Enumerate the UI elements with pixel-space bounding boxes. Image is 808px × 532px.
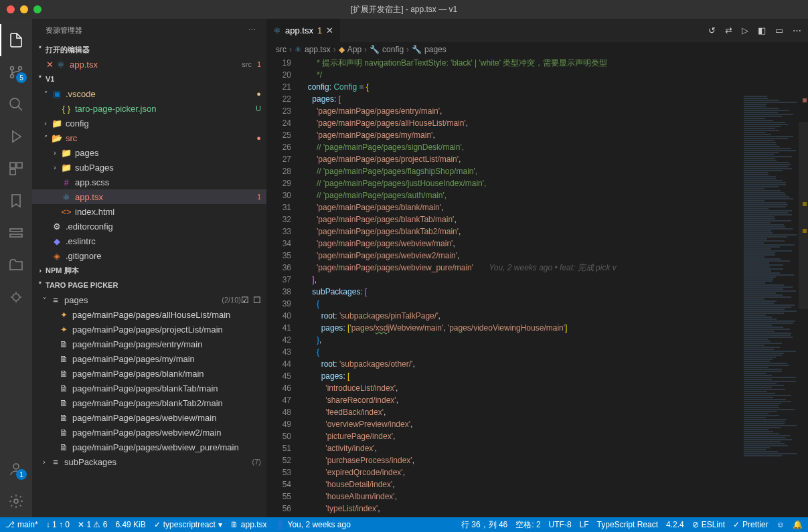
chevron-down-icon: ˅ xyxy=(35,46,46,54)
section-open-editors[interactable]: ˅ 打开的编辑器 xyxy=(32,42,266,57)
section-label: V1 xyxy=(46,75,54,83)
activity-extensions[interactable] xyxy=(0,153,32,185)
taro-page-item[interactable]: ✦ page/mainPage/pages/allHouseList/main xyxy=(32,307,266,322)
taro-pages-group[interactable]: ˅ ≡ pages (2/10) ☑ ☐ xyxy=(32,292,266,307)
compare-icon[interactable]: ⇄ xyxy=(725,25,732,35)
tree-item[interactable]: ⚛ app.tsx 1 xyxy=(32,189,266,204)
taro-page-item[interactable]: 🗎 page/mainPage/pages/blank/main xyxy=(32,366,266,381)
tree-item[interactable]: { } taro-page-picker.json U xyxy=(32,101,266,116)
breadcrumb-item[interactable]: App xyxy=(347,45,361,54)
open-editor-item[interactable]: ✕ ⚛ app.tsx src 1 xyxy=(32,57,266,72)
tree-item[interactable]: ˅ ▣ .vscode ● xyxy=(32,86,266,101)
scroll-thumb[interactable] xyxy=(799,122,808,309)
status-ts-version[interactable]: 4.2.4 xyxy=(666,520,684,529)
minimap-scrollbar[interactable] xyxy=(799,95,808,517)
page-path: page/mainPage/pages/webview/main xyxy=(72,413,261,423)
sidebar-title-row: 资源管理器 ⋯ xyxy=(32,19,266,42)
status-encoding[interactable]: UTF-8 xyxy=(549,520,572,529)
status-feedback[interactable]: ☺ xyxy=(777,520,785,529)
taro-page-item[interactable]: 🗎 page/mainPage/pages/entry/main xyxy=(32,337,266,351)
tree-item[interactable]: ⚙ .editorconfig xyxy=(32,219,266,234)
more-icon[interactable]: ⋯ xyxy=(793,25,801,35)
status-spaces[interactable]: 空格: 2 xyxy=(515,519,540,531)
status-cursor[interactable]: 行 36，列 46 xyxy=(461,519,507,531)
minimap[interactable] xyxy=(741,95,808,517)
activity-project[interactable] xyxy=(0,249,32,281)
block-icon: ⊘ xyxy=(692,520,699,529)
close-window[interactable] xyxy=(7,5,15,13)
check-action-icon[interactable]: ☑ xyxy=(241,295,249,305)
tree-item[interactable]: ˅ 📂 src ● xyxy=(32,130,266,145)
status-eol[interactable]: LF xyxy=(580,520,589,529)
history-icon[interactable]: ↺ xyxy=(708,25,716,35)
status-size[interactable]: 6.49 KiB xyxy=(115,520,145,529)
breadcrumb-item[interactable]: src xyxy=(276,45,287,54)
tree-item[interactable]: # app.scss xyxy=(32,175,266,189)
section-label: NPM 脚本 xyxy=(46,266,79,276)
react-icon: ⚛ xyxy=(273,25,281,35)
tree-item[interactable]: <> index.html xyxy=(32,204,266,219)
status-bell[interactable]: 🔔 xyxy=(793,520,803,529)
clear-action-icon[interactable]: ☐ xyxy=(253,295,261,305)
editor-area: ⚛ app.tsx 1 ✕ ↺ ⇄ ▷ ◧ ▭ ⋯ src › ⚛ app.ts… xyxy=(266,19,808,517)
taro-page-item[interactable]: ✦ page/mainPage/pages/projectList/main xyxy=(32,322,266,337)
editor-content[interactable]: 1920212223242526272829303132333435363738… xyxy=(266,57,808,517)
tree-item[interactable]: ◈ .gitignore xyxy=(32,248,266,263)
section-taro[interactable]: ˅ TARO PAGE PICKER xyxy=(32,278,266,292)
run-icon[interactable]: ▷ xyxy=(742,25,748,35)
tree-item[interactable]: ◆ .eslintrc xyxy=(32,234,266,248)
close-icon[interactable]: ✕ xyxy=(326,25,333,35)
layout-icon[interactable]: ▭ xyxy=(775,25,783,35)
status-prettier[interactable]: ✓Prettier xyxy=(733,520,769,529)
taro-subpackages-group[interactable]: › ≡ subPackages (7) xyxy=(32,454,266,469)
status-file[interactable]: 🗎app.tsx xyxy=(230,520,267,529)
tab-app-tsx[interactable]: ⚛ app.tsx 1 ✕ xyxy=(266,19,341,42)
taro-page-item[interactable]: 🗎 page/mainPage/pages/webview2/main xyxy=(32,425,266,440)
activity-bookmarks[interactable] xyxy=(0,185,32,217)
chevron-down-icon: ▾ xyxy=(218,520,222,529)
debug-icon xyxy=(8,128,24,145)
tab-dirty: 1 xyxy=(317,25,322,35)
activity-gitlens[interactable] xyxy=(0,281,32,313)
status-language[interactable]: TypeScript React xyxy=(597,520,658,529)
breadcrumb-item[interactable]: config xyxy=(382,45,404,54)
activity-debug[interactable] xyxy=(0,120,32,153)
split-icon[interactable]: ◧ xyxy=(758,25,766,35)
activity-settings[interactable] xyxy=(0,485,32,517)
tree-item[interactable]: › 📁 config xyxy=(32,116,266,130)
status-eslint[interactable]: ⊘ESLint xyxy=(692,520,725,529)
status-problems[interactable]: ✕ 1 ⚠ 6 xyxy=(78,520,107,529)
check-icon: ✓ xyxy=(733,520,740,529)
activity-search[interactable] xyxy=(0,88,32,120)
activity-accounts[interactable]: 1 xyxy=(0,453,32,485)
breadcrumb-item[interactable]: app.tsx xyxy=(305,45,331,54)
breadcrumbs[interactable]: src › ⚛ app.tsx › ◆ App › 🔧 config › 🔧 p… xyxy=(266,42,808,57)
status-language-select[interactable]: ✓typescriptreact ▾ xyxy=(154,520,222,529)
cloud-icon xyxy=(8,289,24,305)
activity-explorer[interactable] xyxy=(0,24,32,56)
taro-page-item[interactable]: 🗎 page/mainPage/pages/blankTab/main xyxy=(32,381,266,395)
code-body[interactable]: * 提示和声明 navigationBarTextStyle: 'black' … xyxy=(303,57,808,517)
taro-page-item[interactable]: 🗎 page/mainPage/pages/webview/main xyxy=(32,410,266,425)
file-name: app.tsx xyxy=(70,60,239,70)
close-icon[interactable]: ✕ xyxy=(44,60,55,70)
status-branch[interactable]: ⎇main* xyxy=(5,520,38,529)
taro-page-item[interactable]: 🗎 page/mainPage/pages/blankTab2/main xyxy=(32,395,266,410)
section-folder[interactable]: ˅ V1 xyxy=(32,72,266,86)
minimize-window[interactable] xyxy=(20,5,28,13)
breadcrumb-item[interactable]: pages xyxy=(424,45,447,54)
activity-docker[interactable] xyxy=(0,217,32,249)
tree-item[interactable]: › 📁 subPages xyxy=(32,160,266,175)
status-blame[interactable]: 👤You, 2 weeks ago xyxy=(275,520,351,529)
taro-page-item[interactable]: 🗎 page/mainPage/pages/my/main xyxy=(32,351,266,366)
file-name: app.tsx xyxy=(75,192,252,202)
page-path: page/mainPage/pages/blank/main xyxy=(72,369,261,379)
maximize-window[interactable] xyxy=(33,5,42,13)
activity-scm[interactable]: 5 xyxy=(0,56,32,88)
section-npm[interactable]: › NPM 脚本 xyxy=(32,263,266,278)
tree-item[interactable]: › 📁 pages xyxy=(32,145,266,160)
taro-page-item[interactable]: 🗎 page/mainPage/pages/webview_pure/main xyxy=(32,440,266,454)
group-label: pages xyxy=(64,295,219,305)
sidebar-more-icon[interactable]: ⋯ xyxy=(248,26,256,35)
status-sync[interactable]: ↓ 1 ↑ 0 xyxy=(46,520,70,529)
